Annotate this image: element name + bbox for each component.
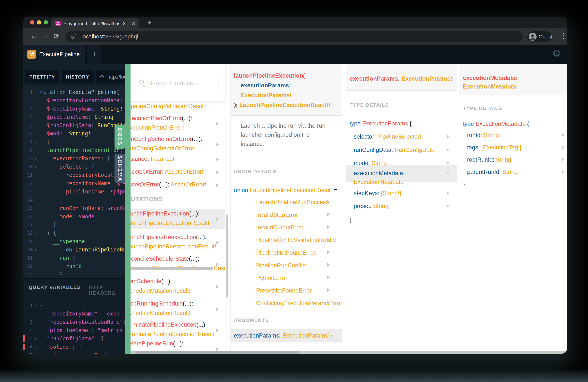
expand-arrow-icon[interactable] — [327, 263, 330, 267]
minimize-window-button[interactable] — [37, 20, 41, 24]
union-member[interactable]: PipelineNotFoundError — [256, 249, 315, 256]
expand-arrow-icon[interactable] — [216, 184, 219, 187]
back-icon[interactable]: ← — [30, 32, 37, 40]
code-line[interactable]: 4"pipelineName": "metrics — [23, 326, 125, 335]
type-field[interactable]: stepKeys: [String!] — [354, 190, 401, 197]
docs-search-input[interactable]: Search the docs ... — [134, 74, 218, 92]
endpoint-url-box[interactable]: ⟲ http://loc — [96, 70, 125, 83]
expand-arrow-icon[interactable] — [327, 225, 330, 229]
fold-arrow-icon[interactable]: ▾ — [33, 301, 39, 310]
fold-arrow-icon[interactable]: ▾ — [33, 335, 39, 343]
expand-arrow-icon[interactable] — [216, 217, 219, 221]
code-line[interactable]: 8launchPipelineExecution( — [23, 146, 125, 154]
settings-gear-icon[interactable]: ⚙ — [552, 48, 561, 59]
code-line[interactable]: 6▾"solids": { — [23, 343, 125, 351]
browser-tab[interactable]: Playground - http://localhost:3 ✕ — [51, 19, 139, 28]
new-tab-button[interactable]: + — [147, 19, 152, 26]
browser-menu-icon[interactable]: ⋮ — [560, 31, 567, 40]
type-field[interactable]: selector: PipelineSelector! — [354, 133, 421, 140]
doc-item[interactable]: PipelineConfigValidationResult! — [130, 102, 225, 111]
code-line[interactable]: 12repositoryName: $repositoryName — [23, 179, 125, 188]
tab-close-icon[interactable]: ✕ — [131, 21, 136, 26]
fold-arrow-icon[interactable]: ▾ — [33, 229, 39, 237]
column-horizontal-scrollbar[interactable] — [130, 267, 213, 270]
code-line[interactable]: 3"repositoryLocationName": — [23, 318, 125, 326]
code-line[interactable]: 2"repositoryName": "exper — [23, 310, 125, 318]
code-line[interactable]: 10▾selector: { — [23, 163, 125, 171]
history-button[interactable]: HISTORY — [62, 70, 94, 83]
code-line[interactable]: 7▾) { — [23, 138, 125, 146]
doc-item[interactable]: executionPlanOrError(...):ExecutionPlanO… — [130, 113, 225, 134]
type-field-type[interactable]: ExecutionMetadata — [354, 179, 404, 185]
code-line[interactable]: 18▾) { — [23, 229, 125, 237]
zoom-window-button[interactable] — [44, 20, 48, 24]
code-line[interactable]: 17} — [23, 221, 125, 229]
expand-arrow-icon[interactable] — [562, 133, 565, 137]
code-line[interactable]: 6$mode: String! — [23, 129, 125, 138]
reload-icon[interactable]: ⟳ — [54, 32, 60, 40]
expand-arrow-icon[interactable] — [447, 161, 449, 165]
union-member[interactable]: InvalidOutputError — [256, 224, 304, 231]
type-field[interactable]: rootRunId: String — [467, 156, 511, 163]
expand-arrow-icon[interactable] — [327, 288, 330, 292]
doc-item[interactable]: launchPipelineReexecution(...):LaunchPip… — [130, 232, 225, 253]
expand-arrow-icon[interactable] — [447, 148, 449, 151]
code-line[interactable]: 11repositoryLocationName: $repositoryLoc… — [23, 171, 125, 179]
type-field[interactable]: runConfigData: RunConfigData — [354, 147, 435, 153]
expand-arrow-icon[interactable] — [216, 241, 219, 244]
code-line[interactable]: 16mode: $mode — [23, 212, 125, 221]
doc-item[interactable]: launchPipelineExecution(...):LaunchPipel… — [130, 209, 225, 229]
doc-item[interactable]: runConfigSchemaOrError(...):RunConfigSch… — [130, 134, 225, 154]
expand-arrow-icon[interactable] — [216, 263, 219, 266]
docs-panel-edge[interactable] — [125, 64, 130, 354]
union-member[interactable]: PresetNotFoundError — [256, 287, 312, 294]
expand-arrow-icon[interactable] — [216, 328, 219, 332]
doc-item[interactable]: terminatePipelineExecution(...):Terminat… — [130, 320, 225, 340]
doc-item[interactable]: assetOrError(...): AssetOrError! — [130, 180, 225, 190]
fold-arrow-icon[interactable]: ▾ — [33, 343, 39, 351]
union-member[interactable]: LaunchPipelineRunSuccess — [256, 199, 329, 206]
prettify-button[interactable]: PRETTIFY — [25, 70, 59, 83]
code-line[interactable]: 7▾"save_metrics": { — [23, 351, 125, 354]
code-line[interactable]: 1mutation ExecutePipeline( — [23, 88, 125, 96]
query-variables-panel[interactable]: QUERY VARIABLES HTTP HEADERS 1▾{2"reposi… — [23, 278, 125, 354]
expand-arrow-icon[interactable] — [216, 171, 219, 174]
tab-schema[interactable]: SCHEMA — [114, 154, 125, 183]
expand-arrow-icon[interactable] — [216, 347, 219, 351]
type-field[interactable]: parentRunId: String — [467, 169, 518, 175]
expand-arrow-icon[interactable] — [447, 191, 449, 195]
fold-arrow-icon[interactable]: ▾ — [33, 351, 39, 354]
code-line[interactable]: 21run { — [23, 254, 125, 262]
union-member[interactable]: PipelineRunConflict — [256, 262, 307, 269]
query-code-area[interactable]: 1mutation ExecutePipeline(2$repositoryLo… — [23, 86, 125, 278]
variables-code-area[interactable]: 1▾{2"repositoryName": "exper3"repository… — [23, 301, 125, 354]
doc-item[interactable]: stopRunningSchedule(...):ScheduleMutatio… — [130, 299, 225, 319]
code-line[interactable]: 20▾... on LaunchPipelineRunSuccess — [23, 246, 125, 254]
docs-vertical-scrollbar[interactable] — [226, 215, 228, 297]
tab-http-headers[interactable]: HTTP HEADERS — [89, 284, 125, 296]
doc-item[interactable]: instance: Instance! — [130, 154, 225, 164]
code-line[interactable]: 4$pipelineName: String! — [23, 113, 125, 121]
playground-new-tab-button[interactable]: + — [87, 45, 102, 64]
code-line[interactable]: 5▾"runConfigData": { — [23, 335, 125, 343]
playground-tab-close-icon[interactable]: × — [78, 50, 82, 57]
expand-arrow-icon[interactable] — [327, 238, 330, 241]
expand-arrow-icon[interactable] — [216, 143, 219, 146]
tab-docs[interactable]: DOCS — [114, 125, 125, 149]
fold-arrow-icon[interactable]: ▾ — [33, 138, 39, 146]
address-bar[interactable]: ⓘ localhost:3333/graphql — [65, 31, 523, 42]
expand-arrow-icon[interactable] — [562, 146, 565, 149]
code-line[interactable]: 22runId — [23, 262, 125, 271]
type-field[interactable]: runId: String — [467, 132, 499, 139]
union-member[interactable]: InvalidStepError — [256, 212, 298, 218]
code-line[interactable]: 3$repositoryName: String! — [23, 105, 125, 113]
profile-button[interactable]: Guest — [527, 31, 552, 42]
code-line[interactable]: 19__typename — [23, 237, 125, 246]
expand-arrow-icon[interactable] — [327, 251, 330, 254]
expand-arrow-icon[interactable] — [216, 122, 219, 126]
code-line[interactable]: 13pipelineName: $pipelineName — [23, 188, 125, 196]
expand-arrow-icon[interactable] — [562, 158, 565, 161]
type-field[interactable]: tags: [ExecutionTag!] — [467, 144, 521, 151]
code-line[interactable]: 9▾executionParams: { — [23, 154, 125, 163]
expand-arrow-icon[interactable] — [447, 135, 449, 138]
